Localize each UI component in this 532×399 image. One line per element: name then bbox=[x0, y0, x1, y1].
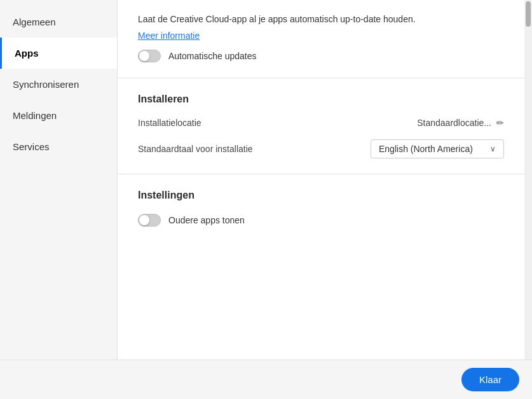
toggle-knob bbox=[139, 51, 149, 61]
taal-dropdown-value: English (North America) bbox=[379, 144, 482, 154]
locatie-label: Installatielocatie bbox=[138, 118, 201, 128]
oudere-apps-toggle[interactable] bbox=[138, 214, 161, 227]
sidebar-item-synchroniseren[interactable]: Synchroniseren bbox=[0, 69, 117, 100]
main-container: Algemeen Apps Synchroniseren Meldingen S… bbox=[0, 0, 532, 360]
instellingen-title: Instellingen bbox=[138, 190, 504, 201]
sidebar-item-services[interactable]: Services bbox=[0, 131, 117, 162]
sidebar-item-meldingen[interactable]: Meldingen bbox=[0, 100, 117, 131]
auto-update-toggle-row: Automatische updates bbox=[138, 50, 504, 62]
installeren-title: Installeren bbox=[138, 94, 504, 105]
instellingen-section: Instellingen Oudere apps tonen bbox=[118, 174, 524, 242]
auto-update-toggle[interactable] bbox=[138, 50, 161, 62]
oudere-apps-toggle-row: Oudere apps tonen bbox=[138, 214, 504, 227]
content-area: Laat de Creative Cloud-app al je apps au… bbox=[118, 0, 524, 360]
locatie-value-container: Standaardlocatie... ✏ bbox=[417, 118, 504, 128]
taal-dropdown[interactable]: English (North America) ∨ bbox=[371, 139, 504, 158]
sidebar: Algemeen Apps Synchroniseren Meldingen S… bbox=[0, 0, 118, 360]
auto-update-description: Laat de Creative Cloud-app al je apps au… bbox=[138, 13, 504, 26]
installeren-section: Installeren Installatielocatie Standaard… bbox=[118, 78, 524, 174]
taal-label: Standaardtaal voor installatie bbox=[138, 144, 253, 154]
oudere-apps-label: Oudere apps tonen bbox=[168, 215, 245, 225]
taal-row: Standaardtaal voor installatie English (… bbox=[138, 139, 504, 158]
locatie-row: Installatielocatie Standaardlocatie... ✏ bbox=[138, 118, 504, 128]
sidebar-item-algemeen[interactable]: Algemeen bbox=[0, 6, 117, 38]
locatie-value: Standaardlocatie... bbox=[417, 118, 491, 128]
footer: Klaar bbox=[0, 360, 532, 399]
sidebar-item-apps[interactable]: Apps bbox=[0, 38, 117, 69]
klaar-button[interactable]: Klaar bbox=[461, 368, 519, 391]
chevron-down-icon: ∨ bbox=[490, 144, 496, 153]
toggle-knob-2 bbox=[139, 215, 149, 225]
scrollbar-thumb[interactable] bbox=[526, 1, 531, 27]
auto-update-label: Automatische updates bbox=[168, 51, 257, 61]
edit-location-icon[interactable]: ✏ bbox=[496, 118, 504, 128]
meer-informatie-link[interactable]: Meer informatie bbox=[138, 31, 200, 41]
scrollbar[interactable] bbox=[524, 0, 532, 360]
auto-update-section: Laat de Creative Cloud-app al je apps au… bbox=[118, 0, 524, 78]
